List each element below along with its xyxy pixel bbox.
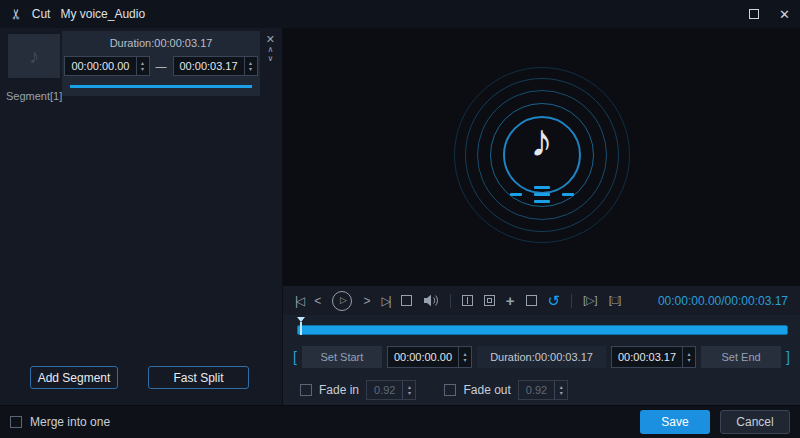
divider	[450, 294, 451, 308]
spinner-down-icon[interactable]: ▾	[555, 390, 567, 396]
trim-end-input[interactable]: 00:00:03.17 ▴ ▾	[611, 346, 696, 368]
play-segment-icon[interactable]: [▷]	[583, 295, 598, 306]
move-down-icon[interactable]: ∨	[267, 55, 273, 63]
time-display: 00:00:00.00/00:00:03.17	[658, 294, 788, 308]
jump-start-icon[interactable]: |◁	[295, 295, 303, 307]
segment-end-value[interactable]: 00:00:03.17	[174, 57, 244, 75]
play-icon: ▷	[340, 296, 347, 305]
music-note-icon: ♪	[530, 113, 553, 167]
range-separator: —	[156, 60, 167, 72]
merge-checkbox[interactable]	[10, 416, 22, 428]
trim-end-value[interactable]: 00:00:03.17	[612, 347, 682, 367]
segment-start-input[interactable]: 00:00:00.00 ▴ ▾	[64, 56, 149, 76]
divider	[571, 294, 572, 308]
segment-label: Segment[1]	[6, 90, 62, 102]
step-back-icon[interactable]: <	[314, 295, 321, 307]
footer-buttons: Save Cancel	[640, 410, 790, 434]
spinner-down-icon[interactable]: ▾	[137, 66, 149, 72]
fade-in-value[interactable]: 0.92	[367, 381, 402, 399]
audio-preview: ♪	[283, 28, 800, 285]
segment-editor: Duration:00:00:03.17 00:00:00.00 ▴ ▾ — 0…	[62, 31, 260, 96]
segment-time-row: 00:00:00.00 ▴ ▾ — 00:00:03.17 ▴ ▾	[70, 56, 252, 76]
equalizer-icon	[510, 184, 574, 204]
segments-panel: ♪ Segment[1] Duration:00:00:03.17 00:00:…	[0, 28, 283, 405]
stop-segment-icon[interactable]: [□]	[609, 295, 622, 306]
remove-segment-icon[interactable]: ✕	[266, 33, 275, 45]
split-icon[interactable]	[462, 295, 473, 306]
segment-duration-label: Duration:00:00:03.17	[70, 37, 252, 49]
trim-end-stepper[interactable]: ▴ ▾	[682, 347, 695, 367]
segment-progress-bar	[70, 85, 252, 88]
segment-end-stepper[interactable]: ▴ ▾	[244, 57, 257, 75]
fade-in-label: Fade in	[319, 383, 359, 397]
segment-start-stepper[interactable]: ▴ ▾	[136, 57, 149, 75]
dialog-title: Cut	[32, 7, 51, 21]
frame-select-icon[interactable]	[484, 295, 495, 306]
add-segment-button[interactable]: Add Segment	[30, 366, 118, 389]
segment-side-controls: ✕ ∧ ∨	[266, 33, 275, 63]
spinner-down-icon[interactable]: ▾	[459, 357, 471, 363]
fade-in-input[interactable]: 0.92 ▴ ▾	[366, 380, 416, 400]
trim-start-stepper[interactable]: ▴ ▾	[458, 347, 471, 367]
fade-out-label: Fade out	[463, 383, 510, 397]
step-forward-icon[interactable]: >	[363, 295, 370, 307]
merge-label: Merge into one	[30, 415, 110, 429]
left-bracket: [	[293, 349, 297, 365]
playhead-marker[interactable]	[297, 317, 306, 335]
window-controls: ✕	[749, 8, 790, 21]
play-button[interactable]: ▷	[332, 291, 352, 311]
move-up-icon[interactable]: ∧	[267, 46, 273, 54]
fade-out-input[interactable]: 0.92 ▴ ▾	[518, 380, 568, 400]
transport-bar: |◁ < ▷ > ▷| + ↺ [▷] [□]	[283, 285, 800, 315]
timeline-track[interactable]	[297, 325, 788, 335]
titlebar: ✂ Cut My voice_Audio ✕	[0, 0, 800, 28]
trim-duration-label: Duration:00:00:03.17	[477, 346, 606, 368]
spinner-down-icon[interactable]: ▾	[683, 357, 695, 363]
save-button[interactable]: Save	[640, 410, 710, 434]
trim-start-value[interactable]: 00:00:00.00	[388, 347, 458, 367]
trim-start-input[interactable]: 00:00:00.00 ▴ ▾	[387, 346, 472, 368]
segment-end-input[interactable]: 00:00:03.17 ▴ ▾	[173, 56, 258, 76]
maximize-icon[interactable]	[749, 9, 759, 19]
right-bracket: ]	[786, 349, 790, 365]
copy-icon[interactable]	[526, 295, 537, 306]
close-icon[interactable]: ✕	[779, 8, 790, 21]
fade-out-checkbox[interactable]	[444, 384, 456, 396]
jump-end-icon[interactable]: ▷|	[381, 295, 389, 307]
fade-controls: Fade in 0.92 ▴ ▾ Fade out 0.92 ▴ ▾	[300, 379, 568, 401]
cut-audio-dialog: ✂ Cut My voice_Audio ✕ ♪ Segment[1] Dura…	[0, 0, 800, 438]
fade-in-checkbox[interactable]	[300, 384, 312, 396]
set-start-button[interactable]: Set Start	[302, 346, 382, 368]
set-end-button[interactable]: Set End	[701, 346, 781, 368]
fast-split-button[interactable]: Fast Split	[148, 366, 249, 389]
editor-panel: ♪ |◁ < ▷ > ▷|	[283, 28, 800, 405]
timeline	[297, 317, 788, 339]
cancel-button[interactable]: Cancel	[720, 410, 790, 434]
scissors-icon: ✂	[8, 8, 24, 20]
spinner-down-icon[interactable]: ▾	[245, 66, 257, 72]
reset-icon[interactable]: ↺	[548, 293, 561, 308]
fade-in-stepper[interactable]: ▴ ▾	[402, 381, 415, 399]
fade-out-stepper[interactable]: ▴ ▾	[554, 381, 567, 399]
segment-thumbnail[interactable]: ♪	[8, 34, 60, 78]
stop-icon[interactable]	[401, 295, 412, 306]
segment-start-value[interactable]: 00:00:00.00	[65, 57, 135, 75]
add-icon[interactable]: +	[506, 293, 515, 308]
spinner-down-icon[interactable]: ▾	[403, 390, 415, 396]
footer-bar: Merge into one Save Cancel	[0, 405, 800, 438]
volume-icon[interactable]	[423, 294, 439, 307]
fade-out-value[interactable]: 0.92	[519, 381, 554, 399]
file-name: My voice_Audio	[60, 7, 145, 21]
music-note-icon: ♪	[29, 45, 39, 68]
trim-controls: [ Set Start 00:00:00.00 ▴ ▾ Duration:00:…	[293, 345, 790, 369]
